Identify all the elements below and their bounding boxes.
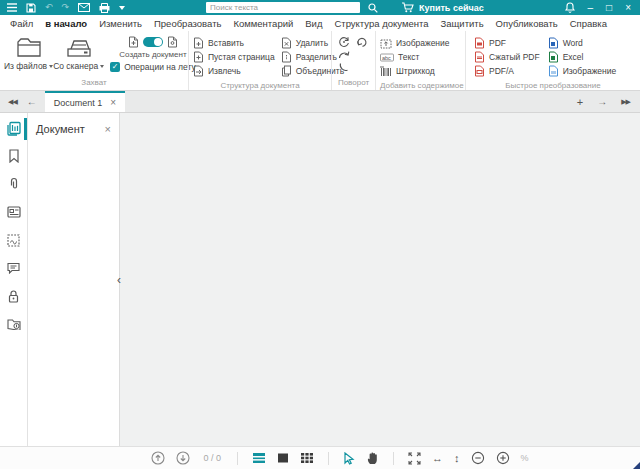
redo-icon[interactable]: ↷ <box>62 0 70 15</box>
delete-label: Удалить <box>296 38 328 48</box>
single-page-view-button[interactable] <box>277 452 289 464</box>
minimize-button[interactable]: – <box>588 0 594 15</box>
menu-convert[interactable]: Преобразовать <box>154 18 221 29</box>
insert-button[interactable]: Вставить <box>193 36 275 50</box>
fit-height-button[interactable]: ↕ <box>454 452 460 464</box>
maximize-button[interactable]: □ <box>606 0 612 15</box>
close-button[interactable]: × <box>625 0 631 15</box>
tab-scroll-first-button[interactable]: ◀◀ <box>8 98 17 106</box>
add-text-label: Текст <box>398 52 419 62</box>
convert-image-button[interactable]: Изображение <box>548 64 617 78</box>
toolbar-options-chevron-icon[interactable] <box>119 0 125 15</box>
buy-now-button[interactable]: Купить сейчас <box>401 0 484 15</box>
convert-image-label: Изображение <box>563 66 617 76</box>
zoom-in-button[interactable] <box>496 451 510 465</box>
blank-page-button[interactable]: Пустая страница <box>193 50 275 64</box>
create-document-toggle[interactable] <box>143 37 163 47</box>
thumbnail-grid-view-button[interactable] <box>300 452 314 464</box>
tab-scroll-right-button[interactable]: → <box>597 96 607 107</box>
group-label-capture: Захват <box>4 77 184 90</box>
panel-collapse-chevron-icon[interactable]: ‹ <box>117 273 121 287</box>
add-barcode-button[interactable]: Штрихкод <box>380 64 450 78</box>
zoom-percent-label: % <box>521 453 529 463</box>
menu-publish[interactable]: Опубликовать <box>496 18 558 29</box>
fullscreen-button[interactable] <box>408 452 421 465</box>
rotate-arc-icon[interactable] <box>338 62 350 72</box>
menu-edit[interactable]: Изменить <box>99 18 142 29</box>
convert-word-button[interactable]: Word <box>548 36 617 50</box>
bookmarks-panel-icon[interactable] <box>6 148 22 164</box>
undo-icon[interactable]: ↶ <box>45 0 53 15</box>
pages-panel-icon[interactable] <box>6 120 22 136</box>
menu-file[interactable]: Файл <box>10 18 33 29</box>
document-tab[interactable]: Document 1 × <box>45 91 125 112</box>
group-doc-structure: Вставить Пустая страница Извлечь Удалить <box>188 31 331 90</box>
tab-scroll-last-button[interactable]: ▶▶ <box>621 98 630 106</box>
select-tool-button[interactable] <box>343 452 355 465</box>
convert-pdfa-button[interactable]: PDF/A <box>474 64 540 78</box>
checkbox-check-icon: ✓ <box>110 62 120 72</box>
send-email-icon[interactable] <box>78 0 90 15</box>
convert-excel-button[interactable]: Excel <box>548 50 617 64</box>
notifications-bell-icon[interactable] <box>565 0 575 15</box>
form-fields-panel-icon[interactable] <box>6 204 22 220</box>
ribbon-tabs: Файл в начало Изменить Преобразовать Ком… <box>0 15 640 31</box>
zoom-out-button[interactable] <box>471 451 485 465</box>
previous-page-button[interactable] <box>151 451 165 465</box>
document-properties-panel-icon[interactable] <box>6 316 22 332</box>
comments-panel-icon[interactable] <box>6 260 22 276</box>
on-the-fly-checkbox[interactable]: ✓ Операции на лету <box>110 62 196 72</box>
divider <box>237 452 238 465</box>
convert-compressed-pdf-button[interactable]: Сжатый PDF <box>474 50 540 64</box>
group-capture: Из файлов Со сканера Создать документ ✓ <box>0 31 188 90</box>
from-files-button[interactable]: Из файлов <box>4 34 53 77</box>
cart-icon <box>401 0 414 15</box>
print-icon[interactable] <box>99 0 110 15</box>
tab-close-icon[interactable]: × <box>110 97 116 108</box>
search-input[interactable] <box>206 2 360 13</box>
on-the-fly-label: Операции на лету <box>124 62 196 72</box>
group-rotate: Поворот <box>331 31 375 90</box>
tab-scroll-left-button[interactable]: ← <box>27 96 37 107</box>
menu-doc-structure[interactable]: Структура документа <box>334 18 428 29</box>
convert-pdf-button[interactable]: PDF <box>474 36 540 50</box>
save-icon[interactable] <box>26 0 36 15</box>
search-icon[interactable] <box>368 0 378 15</box>
add-image-label: Изображение <box>396 38 450 48</box>
add-image-button[interactable]: Изображение <box>380 36 450 50</box>
menu-help[interactable]: Справка <box>570 18 607 29</box>
continuous-view-button[interactable] <box>252 452 266 464</box>
buy-now-label: Купить сейчас <box>419 3 484 13</box>
fit-width-button[interactable]: ↔ <box>432 452 443 464</box>
menu-home[interactable]: в начало <box>45 18 87 29</box>
blank-page-label: Пустая страница <box>208 52 275 62</box>
menu-comment[interactable]: Комментарий <box>233 18 293 29</box>
signature-panel-icon[interactable] <box>6 232 22 248</box>
menu-view[interactable]: Вид <box>305 18 322 29</box>
group-add-content: Изображение abc Текст Штрихкод Добавить … <box>375 31 465 90</box>
hamburger-menu-icon[interactable] <box>7 0 17 15</box>
hand-tool-button[interactable] <box>366 451 379 465</box>
rotate-clockwise-icon[interactable] <box>338 36 350 48</box>
from-files-label: Из файлов <box>4 61 47 71</box>
new-tab-button[interactable]: + <box>577 96 583 108</box>
panel-close-icon[interactable]: × <box>105 123 111 135</box>
next-page-button[interactable] <box>176 451 190 465</box>
attachments-panel-icon[interactable] <box>6 176 22 192</box>
group-label-rotate: Поворот <box>336 77 371 90</box>
rotate-counterclockwise-icon[interactable] <box>356 36 368 48</box>
panel-title: Документ <box>36 123 85 135</box>
create-document-controls: Создать документ ✓ Операции на лету <box>104 34 196 77</box>
rotate-right-icon[interactable] <box>338 49 350 61</box>
from-scanner-button[interactable]: Со сканера <box>53 34 104 77</box>
security-panel-icon[interactable] <box>6 288 22 304</box>
window-resize-grip[interactable] <box>633 462 640 469</box>
extract-button[interactable]: Извлечь <box>193 64 275 78</box>
insert-label: Вставить <box>208 38 244 48</box>
main-area: Документ × ‹ <box>0 113 640 446</box>
document-tab-bar: ◀◀ ← Document 1 × + → ▶▶ <box>0 91 640 113</box>
menu-protect[interactable]: Защитить <box>441 18 484 29</box>
add-barcode-label: Штрихкод <box>396 66 435 76</box>
add-text-button[interactable]: abc Текст <box>380 50 450 64</box>
convert-pdf-label: PDF <box>489 38 506 48</box>
